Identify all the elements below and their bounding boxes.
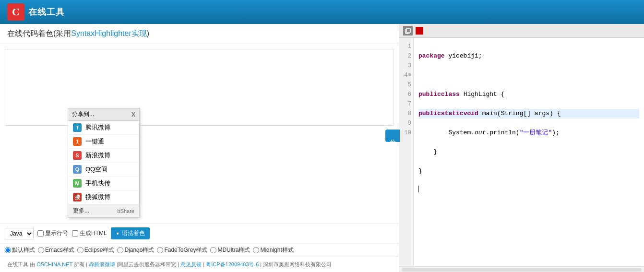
- code-line-4: public static void main(String[] args) {: [418, 109, 639, 118]
- footer-text2: 所有 |: [74, 261, 87, 267]
- code-line-2: [418, 71, 639, 80]
- title-suffix: ): [147, 29, 149, 37]
- share-item-sina[interactable]: S 新浪微博: [68, 149, 139, 163]
- footer-link-feedback[interactable]: 意见反馈: [180, 261, 202, 267]
- code-input[interactable]: [5, 49, 394, 126]
- style-options: 默认样式 Emacs样式 Eclipse样式 Django样式 FadeToGr…: [0, 243, 399, 257]
- highlight-button[interactable]: 语法着色: [111, 227, 150, 239]
- share-item-tencent[interactable]: T 腾讯微博: [68, 121, 139, 135]
- share-tab-text: 分享到: [389, 134, 396, 137]
- footer-link-icp[interactable]: 粤ICP备12009483号-6: [206, 261, 259, 267]
- style-fadetogrey[interactable]: FadeToGrey样式: [157, 246, 207, 254]
- share-item-qq[interactable]: Q QQ空间: [68, 163, 139, 177]
- share-more-label: 更多...: [73, 207, 89, 215]
- style-emacs[interactable]: Emacs样式: [38, 246, 74, 254]
- main-layout: 在线代码着色(采用SyntaxHighlighter实现) Java 显示行号 …: [0, 24, 644, 272]
- share-item-yilian[interactable]: 1 一键通: [68, 135, 139, 149]
- code-line-9: [418, 202, 639, 212]
- gen-html-check[interactable]: [72, 230, 78, 237]
- page-title: 在线代码着色(采用SyntaxHighlighter实现): [0, 24, 399, 44]
- bshare-label: bShare: [118, 208, 134, 214]
- header: C 在线工具: [0, 0, 644, 24]
- code-viewer: 1 2 3 4⊕ 5 6 7 8 9 10 package yicebiji; …: [399, 38, 644, 266]
- code-content: package yicebiji; public class HighLight…: [414, 38, 644, 266]
- logo-text: 在线工具: [28, 6, 65, 18]
- show-lines-checkbox[interactable]: 显示行号: [37, 229, 68, 237]
- show-lines-check[interactable]: [37, 230, 44, 237]
- footer-text1: 在线工具 由: [7, 261, 35, 267]
- code-line-1: package yicebiji;: [418, 51, 639, 61]
- code-line-8: [418, 186, 639, 192]
- share-popup-header: 分享到... X: [68, 108, 139, 121]
- red-indicator: [416, 27, 423, 35]
- style-mdultra[interactable]: MDUltra样式: [210, 246, 250, 254]
- share-label-tencent: 腾讯微博: [85, 123, 110, 132]
- code-line-5: System.out.println("一册笔记");: [418, 128, 639, 138]
- title-prefix: 在线代码着色(采用: [7, 29, 71, 37]
- gen-html-label: 生成HTML: [80, 229, 107, 237]
- logo-container: C 在线工具: [7, 3, 65, 21]
- code-line-10: [418, 221, 639, 231]
- logo-icon: C: [7, 3, 24, 21]
- style-default[interactable]: 默认样式: [5, 246, 35, 254]
- code-line-7: }: [418, 166, 639, 176]
- sohu-weibo-icon: 搜: [73, 193, 82, 201]
- show-lines-label: 显示行号: [45, 229, 68, 237]
- share-label-yilian: 一键通: [85, 137, 104, 146]
- controls-bar: Java 显示行号 生成HTML 语法着色: [0, 223, 399, 243]
- code-line-3: public class HighLight {: [418, 90, 639, 99]
- right-panel: 1 2 3 4⊕ 5 6 7 8 9 10 package yicebiji; …: [399, 24, 644, 272]
- gen-html-checkbox[interactable]: 生成HTML: [72, 229, 107, 237]
- share-item-sohu[interactable]: 搜 搜狐微博: [68, 190, 139, 204]
- share-popup: 分享到... X T 腾讯微博 1 一键通 S 新浪微博 Q QQ空间: [68, 108, 140, 218]
- style-eclipse[interactable]: Eclipse样式: [77, 246, 115, 254]
- share-label-sohu: 搜狐微博: [85, 193, 110, 201]
- footer-text3: |阿里云提供服务器和带宽 |: [117, 261, 179, 267]
- share-label-sina: 新浪微博: [85, 151, 110, 160]
- title-link[interactable]: SyntaxHighlighter实现: [71, 29, 146, 37]
- style-django[interactable]: Django样式: [117, 246, 154, 254]
- scrollbar-track[interactable]: [402, 268, 642, 272]
- footer: 在线工具 由 OSCHINA.NET 所有 | @新浪微博 |阿里云提供服务器和…: [0, 257, 399, 272]
- horizontal-scrollbar[interactable]: [399, 266, 644, 272]
- code-line-6: }: [418, 147, 639, 157]
- footer-text5: | 深圳市奥思网络科技有限公司: [260, 261, 332, 267]
- code-toolbar: [399, 24, 644, 38]
- svg-rect-1: [406, 28, 410, 33]
- line-numbers: 1 2 3 4⊕ 5 6 7 8 9 10: [399, 38, 414, 266]
- code-area: [0, 44, 399, 223]
- left-content: 在线代码着色(采用SyntaxHighlighter实现) Java 显示行号 …: [0, 24, 399, 257]
- share-label-qq: QQ空间: [85, 165, 107, 174]
- share-popup-title: 分享到...: [72, 110, 94, 118]
- copy-icon[interactable]: [403, 26, 413, 35]
- tencent-weibo-icon: T: [73, 123, 82, 132]
- yilian-icon: 1: [73, 137, 82, 146]
- language-select[interactable]: Java: [5, 228, 34, 239]
- share-close-button[interactable]: X: [131, 111, 135, 118]
- share-tab[interactable]: 分享到: [385, 130, 400, 142]
- left-panel: 在线代码着色(采用SyntaxHighlighter实现) Java 显示行号 …: [0, 24, 399, 272]
- footer-link-oschina[interactable]: OSCHINA.NET: [36, 261, 72, 267]
- mobile-icon: M: [73, 179, 82, 188]
- style-midnight[interactable]: Midnight样式: [253, 246, 293, 254]
- share-item-mobile[interactable]: M 手机快传: [68, 177, 139, 190]
- share-more-button[interactable]: 更多... bShare: [68, 204, 139, 217]
- footer-link-sina[interactable]: @新浪微博: [89, 261, 115, 267]
- qq-zone-icon: Q: [73, 165, 82, 174]
- share-label-mobile: 手机快传: [85, 179, 110, 188]
- sina-weibo-icon: S: [73, 151, 82, 160]
